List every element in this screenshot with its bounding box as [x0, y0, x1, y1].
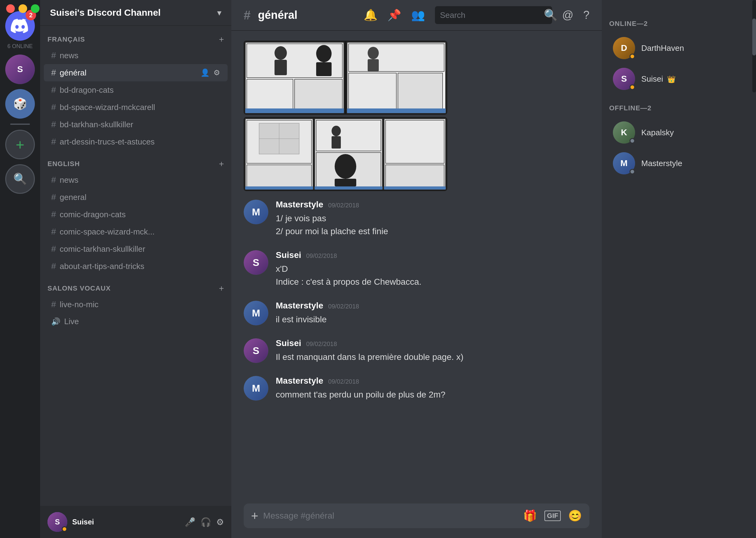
- user-settings-icon[interactable]: ⚙: [216, 517, 224, 527]
- settings-icon[interactable]: ⚙: [214, 68, 220, 77]
- member-name-darthhaven: DarthHaven: [641, 43, 684, 53]
- category-salons-vocaux[interactable]: SALONS VOCAUX +: [40, 280, 231, 296]
- svg-rect-30: [335, 179, 356, 187]
- category-francais[interactable]: FRANÇAIS +: [40, 31, 231, 47]
- svg-rect-8: [316, 62, 332, 76]
- message-author-suisei-2[interactable]: Suisei: [276, 338, 301, 348]
- channel-art-dessin[interactable]: # art-dessin-trucs-et-astuces: [44, 133, 228, 150]
- comic-image-top-left[interactable]: [244, 41, 447, 115]
- members-icon[interactable]: 👥: [411, 9, 425, 22]
- microphone-icon[interactable]: 🎤: [185, 517, 196, 527]
- member-item-suisei[interactable]: S Suisei 👑: [609, 64, 749, 94]
- message-group-suisei-1: S Suisei 09/02/2018 x'D Indice : c'est à…: [244, 246, 590, 292]
- svg-rect-4: [294, 79, 343, 112]
- user-controls: 🎤 🎧 ⚙: [185, 517, 224, 527]
- svg-point-5: [275, 46, 287, 60]
- server-divider: [10, 124, 30, 125]
- message-author-masterstyle[interactable]: Masterstyle: [276, 200, 323, 209]
- message-body-5: Masterstyle 09/02/2018 comment t'as perd…: [276, 376, 590, 401]
- channel-comic-dragon-cats[interactable]: # comic-dragon-cats: [44, 206, 228, 223]
- member-item-masterstyle[interactable]: M Masterstyle: [609, 148, 749, 179]
- close-button[interactable]: [6, 4, 15, 13]
- channel-live-no-mic[interactable]: # live-no-mic: [44, 296, 228, 313]
- svg-point-7: [316, 45, 332, 62]
- category-english[interactable]: ENGLISH +: [40, 155, 231, 171]
- server-icon-dice[interactable]: 🎲: [5, 89, 35, 119]
- search-input[interactable]: [440, 11, 540, 20]
- channel-comic-space-wizard[interactable]: # comic-space-wizard-mck...: [44, 223, 228, 240]
- message-timestamp-4: 09/02/2018: [306, 341, 337, 348]
- channel-bd-dragon-cats[interactable]: # bd-dragon-cats: [44, 81, 228, 99]
- search-box[interactable]: 🔍: [435, 6, 552, 24]
- pin-icon[interactable]: 📌: [387, 9, 401, 22]
- comic-image-bottom-left[interactable]: [244, 117, 447, 191]
- topbar-icons: 🔔 📌 👥 🔍 @ ?: [364, 6, 590, 24]
- svg-point-13: [368, 47, 379, 59]
- svg-rect-33: [386, 165, 444, 188]
- channel-about-art-tips[interactable]: # about-art-tips-and-tricks: [44, 258, 228, 275]
- add-channel-francais-button[interactable]: +: [219, 34, 224, 44]
- maximize-button[interactable]: [31, 4, 39, 13]
- member-item-kapalsky[interactable]: K Kapalsky: [609, 117, 749, 148]
- online-count: 6 ONLINE: [7, 43, 33, 50]
- discover-servers-button[interactable]: 🔍: [5, 164, 35, 194]
- server-name: Suisei's Discord Channel: [50, 7, 161, 18]
- category-english-label: ENGLISH: [47, 160, 80, 168]
- avatar-masterstyle-2[interactable]: M: [244, 301, 268, 325]
- avatar-masterstyle-1[interactable]: M: [244, 200, 268, 224]
- message-body-3: Masterstyle 09/02/2018 il est invisible: [276, 301, 590, 326]
- channel-news-fr[interactable]: # news: [44, 47, 228, 64]
- input-icons: 🎁 GIF 😊: [523, 509, 582, 522]
- help-icon[interactable]: ?: [583, 9, 590, 22]
- at-icon[interactable]: @: [562, 9, 573, 22]
- notification-bell-icon[interactable]: 🔔: [364, 9, 378, 22]
- emoji-icon[interactable]: 😊: [568, 509, 582, 522]
- minimize-button[interactable]: [19, 4, 27, 13]
- svg-rect-35: [315, 187, 382, 189]
- avatar-suisei-2[interactable]: S: [244, 338, 268, 363]
- channel-news-en[interactable]: # news: [44, 171, 228, 188]
- avatar-suisei-1[interactable]: S: [244, 250, 268, 275]
- add-server-button[interactable]: +: [5, 130, 35, 159]
- server-name-bar[interactable]: Suisei's Discord Channel ▾: [40, 0, 231, 26]
- svg-rect-25: [316, 120, 381, 151]
- svg-rect-20: [247, 165, 312, 188]
- channel-bd-space-wizard[interactable]: # bd-space-wizard-mckcarell: [44, 99, 228, 116]
- image-attachments: [244, 41, 590, 191]
- user-avatar[interactable]: S: [47, 512, 67, 532]
- add-member-icon[interactable]: 👤: [201, 68, 210, 77]
- channel-general-fr[interactable]: # général 👤 ⚙: [44, 64, 228, 81]
- channel-live-voice[interactable]: 🔊 Live: [44, 313, 228, 330]
- right-sidebar: ONLINE—2 D DarthHaven S Suisei 👑 OFFLINE…: [602, 0, 756, 538]
- message-author-suisei-1[interactable]: Suisei: [276, 250, 301, 260]
- channel-topbar: # général 🔔 📌 👥 🔍 @ ?: [231, 0, 602, 31]
- server-sidebar: 2 6 ONLINE S 🎲 + 🔍: [0, 0, 40, 538]
- channel-bd-tarkhan[interactable]: # bd-tarkhan-skullkiller: [44, 116, 228, 133]
- gif-button[interactable]: GIF: [544, 511, 561, 521]
- member-avatar-masterstyle: M: [613, 152, 635, 174]
- member-item-darthhaven[interactable]: D DarthHaven: [609, 33, 749, 64]
- channel-general-en[interactable]: # general: [44, 188, 228, 206]
- channel-comic-tarkhan[interactable]: # comic-tarkhan-skullkiller: [44, 240, 228, 258]
- message-author-masterstyle-2[interactable]: Masterstyle: [276, 301, 323, 311]
- server-icon-user[interactable]: S: [5, 55, 35, 84]
- online-members-section: ONLINE—2 D DarthHaven S Suisei 👑: [609, 20, 749, 94]
- offline-status-dot-masterstyle: [630, 169, 635, 174]
- add-channel-vocal-button[interactable]: +: [219, 284, 224, 293]
- headphones-icon[interactable]: 🎧: [201, 517, 211, 527]
- message-author-masterstyle-3[interactable]: Masterstyle: [276, 376, 323, 386]
- channel-hash-icon: #: [244, 8, 250, 22]
- offline-members-section: OFFLINE—2 K Kapalsky M Masterstyle: [609, 104, 749, 179]
- online-status-dot-suisei: [630, 84, 635, 90]
- message-header-5: Masterstyle 09/02/2018: [276, 376, 590, 386]
- message-timestamp-5: 09/02/2018: [328, 378, 359, 385]
- message-header-3: Masterstyle 09/02/2018: [276, 301, 590, 311]
- attach-file-button[interactable]: +: [251, 504, 258, 528]
- add-channel-english-button[interactable]: +: [219, 159, 224, 169]
- gift-icon[interactable]: 🎁: [523, 509, 537, 522]
- message-body-1: Masterstyle 09/02/2018 1/ je vois pas 2/…: [276, 200, 590, 238]
- svg-rect-3: [247, 79, 293, 112]
- avatar-masterstyle-3[interactable]: M: [244, 376, 268, 401]
- category-francais-label: FRANÇAIS: [47, 35, 85, 43]
- message-input[interactable]: [263, 504, 518, 528]
